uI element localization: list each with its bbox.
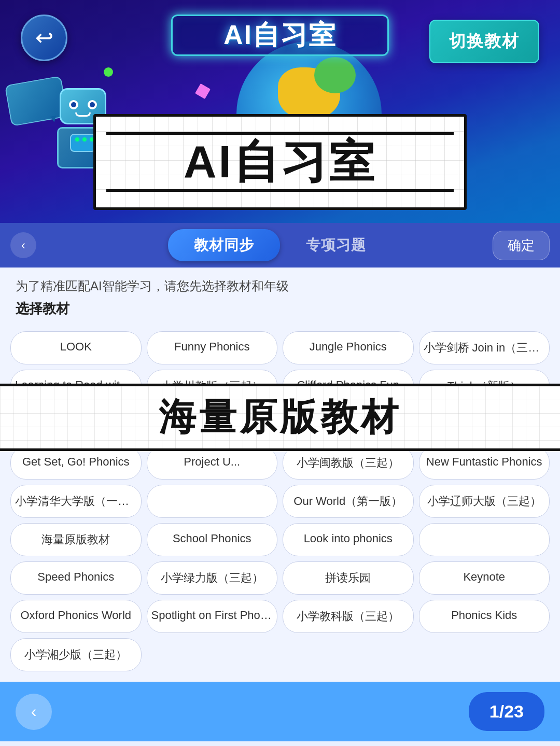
tab-textbook-sync-label: 教材同步	[194, 237, 254, 253]
back-button[interactable]: ↩	[21, 15, 67, 61]
select-textbook-label: 选择教材	[0, 298, 560, 326]
deco-pink-star	[195, 83, 211, 99]
textbook-item[interactable]: 小学闽教版（三起）	[283, 446, 414, 480]
textbook-item[interactable]: 小学教科版（三起）	[283, 600, 414, 633]
quiz-section: ‹ 1/23 单选题 ♡ 收藏 选出不同类的一项 A. countrysideB…	[0, 682, 560, 746]
tab-special-exercises-label: 专项习题	[306, 237, 366, 253]
switch-textbook-button[interactable]: 切换教材	[429, 20, 539, 63]
textbook-item[interactable]: LOOK	[10, 331, 142, 364]
textbook-item[interactable]: 海量原版教材	[10, 523, 142, 556]
textbook-item[interactable]: Oxford Phonics World	[10, 600, 142, 633]
instruction-text: 为了精准匹配AI智能学习，请您先选择教材和年级	[0, 268, 560, 298]
whiteboard: AI自习室	[93, 114, 467, 210]
textbook-item[interactable]	[419, 523, 550, 556]
textbook-item[interactable]: 小学辽师大版（三起）	[419, 485, 550, 518]
textbook-item[interactable]: Keynote	[419, 561, 550, 595]
whiteboard-text: AI自习室	[184, 131, 376, 193]
quiz-back-icon: ‹	[31, 702, 37, 721]
textbook-item[interactable]: Spotlight on First Phonics	[147, 600, 278, 633]
deco-green-dot	[104, 67, 113, 77]
textbook-item[interactable]: Project U...	[147, 446, 278, 480]
textbook-item[interactable]: Funny Phonics	[147, 331, 278, 364]
app-title: AI自习室	[223, 17, 337, 53]
textbook-item[interactable]: 小学湘少版（三起）	[10, 638, 142, 671]
textbook-item[interactable]: Jungle Phonics	[283, 331, 414, 364]
quiz-counter: 1/23	[469, 692, 544, 731]
confirm-button[interactable]: 确定	[493, 231, 550, 260]
textbook-item[interactable]: Look into phonics	[283, 523, 414, 556]
textbook-item[interactable]: 小学剑桥 Join in（三起）	[419, 331, 550, 364]
textbook-item[interactable]: 小学清华大学版（一起）	[10, 485, 142, 518]
quiz-navigation: ‹ 1/23	[0, 682, 560, 741]
tab-back-icon: ‹	[21, 238, 25, 252]
textbook-item[interactable]: 拼读乐园	[283, 561, 414, 595]
header-title-bar: AI自习室	[171, 15, 389, 56]
overlay-text: 海量原版教材	[159, 392, 401, 442]
confirm-label: 确定	[508, 237, 535, 253]
textbook-item[interactable]: Our World（第一版）	[283, 485, 414, 518]
textbook-grid: LOOKFunny PhonicsJungle Phonics小学剑桥 Join…	[0, 326, 560, 682]
textbook-item[interactable]: Speed Phonics	[10, 561, 142, 595]
textbook-item[interactable]: New Funtastic Phonics	[419, 446, 550, 480]
textbook-item[interactable]: School Phonics	[147, 523, 278, 556]
back-arrow-icon: ↩	[35, 27, 53, 49]
quiz-back-button[interactable]: ‹	[16, 694, 52, 730]
tabs-bar: ‹ 教材同步 专项习题 确定	[0, 223, 560, 268]
textbook-item[interactable]: Get Set, Go! Phonics	[10, 446, 142, 480]
textbook-item[interactable]: 小学绿力版（三起）	[147, 561, 278, 595]
switch-textbook-label: 切换教材	[449, 32, 520, 50]
textbook-item[interactable]	[147, 485, 278, 518]
textbook-item[interactable]: Phonics Kids	[419, 600, 550, 633]
tabs-section: ‹ 教材同步 专项习题 确定 为了精准匹配AI智能学习，请您先选择教材和年级 选…	[0, 223, 560, 682]
tab-special-exercises[interactable]: 专项习题	[280, 229, 392, 261]
tab-textbook-sync[interactable]: 教材同步	[168, 229, 280, 261]
tab-back-button[interactable]: ‹	[10, 232, 36, 258]
hero-section: ★ ↩ AI自习室 切换教材 AI自习室	[0, 0, 560, 223]
overlay-banner: 海量原版教材	[0, 384, 560, 451]
